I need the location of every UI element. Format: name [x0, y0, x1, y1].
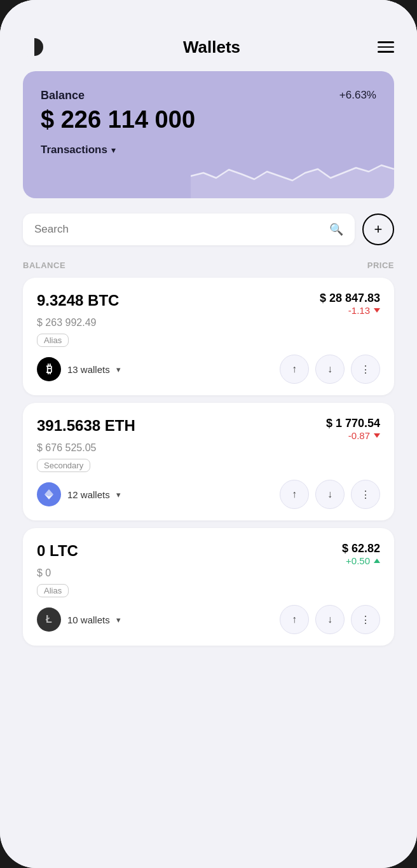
- coin-usd-ltc: $ 0: [37, 567, 380, 579]
- alias-badge-btc: Alias: [37, 334, 69, 347]
- coin-wallets-eth[interactable]: 12 wallets ▾: [37, 482, 121, 506]
- down-arrow-icon-eth: [374, 433, 380, 438]
- menu-line-1: [378, 41, 394, 43]
- coin-price-eth: $ 1 770.54: [326, 417, 380, 430]
- column-headers: BALANCE PRICE: [0, 252, 417, 275]
- eth-icon: [37, 482, 61, 506]
- balance-column-header: BALANCE: [23, 261, 65, 270]
- ltc-icon: Ł: [37, 607, 61, 632]
- up-arrow-icon-ltc: [374, 559, 380, 563]
- coin-amount-eth: 391.5638 ETH: [37, 417, 135, 435]
- wallets-chevron-ltc: ▾: [116, 615, 121, 625]
- wallets-count-ltc: 10 wallets: [67, 614, 110, 625]
- coin-card-ltc: 0 LTC $ 62.82 +0.50 $ 0 Alias Ł: [23, 528, 394, 646]
- wallets-chevron-btc: ▾: [116, 365, 121, 374]
- send-button-eth[interactable]: ↑: [280, 480, 309, 509]
- page-title: Wallets: [183, 37, 240, 57]
- search-row: 🔍 +: [23, 214, 394, 245]
- coin-amount-btc: 9.3248 BTC: [37, 292, 119, 309]
- menu-line-3: [378, 51, 394, 53]
- send-button-ltc[interactable]: ↑: [280, 605, 309, 634]
- menu-button[interactable]: [378, 41, 394, 53]
- balance-percent: +6.63%: [339, 89, 376, 102]
- wallets-count-btc: 13 wallets: [67, 364, 110, 375]
- transactions-chevron-icon: ▾: [111, 145, 116, 155]
- coin-usd-btc: $ 263 992.49: [37, 317, 380, 329]
- action-buttons-eth: ↑ ↓ ⋮: [280, 480, 380, 509]
- wallets-chevron-eth: ▾: [116, 490, 121, 499]
- transactions-label: Transactions: [41, 144, 107, 156]
- alias-badge-ltc: Alias: [37, 584, 69, 597]
- coin-amount-ltc: 0 LTC: [37, 542, 78, 560]
- receive-button-eth[interactable]: ↓: [315, 480, 345, 509]
- transactions-button[interactable]: Transactions ▾: [41, 144, 376, 156]
- coin-bottom-eth: 12 wallets ▾ ↑ ↓ ⋮: [37, 480, 380, 509]
- coin-price-btc: $ 28 847.83: [320, 292, 380, 305]
- balance-label: Balance: [41, 89, 85, 102]
- app-container: Wallets Balance +6.63% $ 226 114 000 Tra…: [0, 0, 417, 868]
- coin-card-btc: 9.3248 BTC $ 28 847.83 -1.13 $ 263 992.4…: [23, 278, 394, 395]
- coin-price-ltc: $ 62.82: [342, 542, 380, 555]
- coin-change-btc: -1.13: [348, 305, 380, 316]
- action-buttons-ltc: ↑ ↓ ⋮: [280, 605, 380, 634]
- logo-icon: [23, 36, 46, 58]
- coin-change-eth: -0.87: [348, 430, 380, 441]
- receive-button-ltc[interactable]: ↓: [315, 605, 345, 634]
- coin-bottom-btc: ₿ 13 wallets ▾ ↑ ↓ ⋮: [37, 355, 380, 384]
- more-button-eth[interactable]: ⋮: [351, 480, 380, 509]
- add-wallet-button[interactable]: +: [362, 214, 394, 245]
- more-button-ltc[interactable]: ⋮: [351, 605, 380, 634]
- search-icon: 🔍: [329, 222, 343, 236]
- btc-icon: ₿: [37, 357, 61, 381]
- coin-usd-eth: $ 676 525.05: [37, 442, 380, 454]
- send-button-btc[interactable]: ↑: [280, 355, 309, 384]
- price-col-eth: $ 1 770.54 -0.87: [326, 417, 380, 441]
- eth-svg: [43, 488, 55, 501]
- coin-card-eth: 391.5638 ETH $ 1 770.54 -0.87 $ 676 525.…: [23, 403, 394, 520]
- price-col-ltc: $ 62.82 +0.50: [342, 542, 380, 566]
- header: Wallets: [0, 0, 417, 71]
- coin-wallets-ltc[interactable]: Ł 10 wallets ▾: [37, 607, 121, 632]
- action-buttons-btc: ↑ ↓ ⋮: [280, 355, 380, 384]
- coins-list: 9.3248 BTC $ 28 847.83 -1.13 $ 263 992.4…: [0, 275, 417, 668]
- down-arrow-icon-btc: [374, 308, 380, 313]
- more-button-btc[interactable]: ⋮: [351, 355, 380, 384]
- receive-button-btc[interactable]: ↓: [315, 355, 345, 384]
- coin-change-ltc: +0.50: [346, 555, 380, 566]
- price-col-btc: $ 28 847.83 -1.13: [320, 292, 380, 316]
- coin-wallets-btc[interactable]: ₿ 13 wallets ▾: [37, 357, 121, 381]
- search-container: 🔍: [23, 214, 355, 245]
- price-column-header: PRICE: [367, 261, 394, 270]
- coin-bottom-ltc: Ł 10 wallets ▾ ↑ ↓ ⋮: [37, 605, 380, 634]
- search-input[interactable]: [34, 223, 323, 236]
- wallets-count-eth: 12 wallets: [67, 489, 110, 500]
- balance-amount: $ 226 114 000: [41, 106, 376, 133]
- alias-badge-eth: Secondary: [37, 459, 90, 472]
- menu-line-2: [378, 46, 394, 48]
- balance-card: Balance +6.63% $ 226 114 000 Transaction…: [23, 71, 394, 198]
- phone-frame: Wallets Balance +6.63% $ 226 114 000 Tra…: [0, 0, 417, 868]
